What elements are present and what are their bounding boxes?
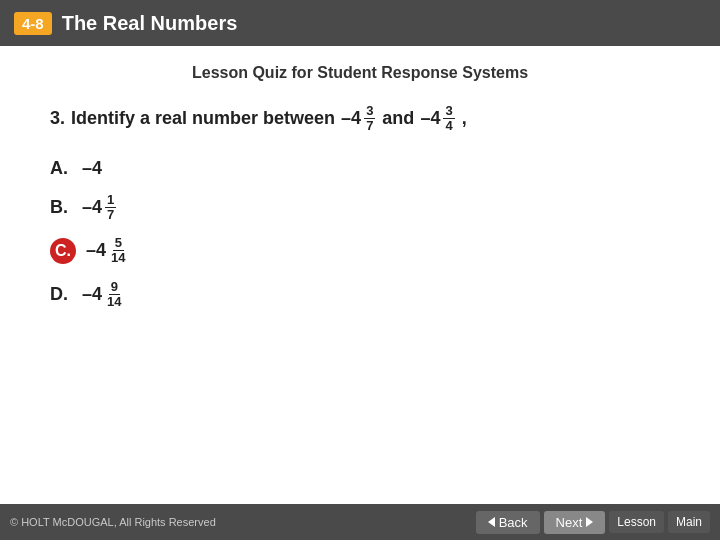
- option-d-fraction: 9 14: [105, 280, 123, 310]
- footer: © HOLT McDOUGAL, All Rights Reserved Bac…: [0, 504, 720, 540]
- next-button[interactable]: Next: [544, 511, 606, 534]
- question-number: 3.: [50, 108, 65, 129]
- lesson-badge: 4-8: [14, 12, 52, 35]
- option-b-label: B.: [50, 197, 72, 218]
- option-b-value: –4 1 7: [82, 193, 117, 223]
- option-c-fraction: 5 14: [109, 236, 127, 266]
- option-d-whole: –4: [82, 284, 102, 305]
- option-c-num: 5: [113, 236, 124, 251]
- bound2: –4 3 4: [420, 104, 455, 134]
- back-button[interactable]: Back: [476, 511, 540, 534]
- option-d[interactable]: D. –4 9 14: [50, 280, 670, 310]
- option-b-whole: –4: [82, 197, 102, 218]
- content-area: 3. Identify a real number between –4 3 7…: [0, 104, 720, 309]
- bound2-whole: –4: [420, 108, 440, 129]
- option-d-value: –4 9 14: [82, 280, 125, 310]
- option-b-den: 7: [105, 208, 116, 222]
- option-a-label: A.: [50, 158, 72, 179]
- question: 3. Identify a real number between –4 3 7…: [50, 104, 670, 134]
- option-b[interactable]: B. –4 1 7: [50, 193, 670, 223]
- option-a[interactable]: A. –4: [50, 158, 670, 179]
- option-d-den: 14: [105, 295, 123, 309]
- conjunction: and: [382, 108, 414, 129]
- option-b-fraction: 1 7: [105, 193, 116, 223]
- question-text: Identify a real number between: [71, 108, 335, 129]
- option-d-num: 9: [109, 280, 120, 295]
- option-c-label: C.: [50, 238, 76, 264]
- header-title: The Real Numbers: [62, 12, 238, 35]
- bound2-fraction: 3 4: [443, 104, 454, 134]
- bound2-denominator: 4: [443, 119, 454, 133]
- copyright: © HOLT McDOUGAL, All Rights Reserved: [10, 516, 216, 528]
- option-c-den: 14: [109, 251, 127, 265]
- bound1-denominator: 7: [364, 119, 375, 133]
- lesson-button[interactable]: Lesson: [609, 511, 664, 533]
- options-list: A. –4 B. –4 1 7 C. –4 5 14: [50, 158, 670, 310]
- back-label: Back: [499, 515, 528, 530]
- main-button[interactable]: Main: [668, 511, 710, 533]
- option-a-whole: –4: [82, 158, 102, 179]
- next-label: Next: [556, 515, 583, 530]
- next-arrow-icon: [586, 517, 593, 527]
- bound1: –4 3 7: [341, 104, 376, 134]
- header: 4-8 The Real Numbers: [0, 0, 720, 46]
- option-c-whole: –4: [86, 240, 106, 261]
- bound2-numerator: 3: [443, 104, 454, 119]
- option-c-value: –4 5 14: [86, 236, 129, 266]
- question-punctuation: ,: [462, 108, 467, 129]
- footer-nav: Back Next Lesson Main: [476, 511, 710, 534]
- bound1-whole: –4: [341, 108, 361, 129]
- subtitle: Lesson Quiz for Student Response Systems: [0, 64, 720, 82]
- back-arrow-icon: [488, 517, 495, 527]
- option-c[interactable]: C. –4 5 14: [50, 236, 670, 266]
- bound1-fraction: 3 7: [364, 104, 375, 134]
- option-b-num: 1: [105, 193, 116, 208]
- option-a-value: –4: [82, 158, 102, 179]
- bound1-numerator: 3: [364, 104, 375, 119]
- option-d-label: D.: [50, 284, 72, 305]
